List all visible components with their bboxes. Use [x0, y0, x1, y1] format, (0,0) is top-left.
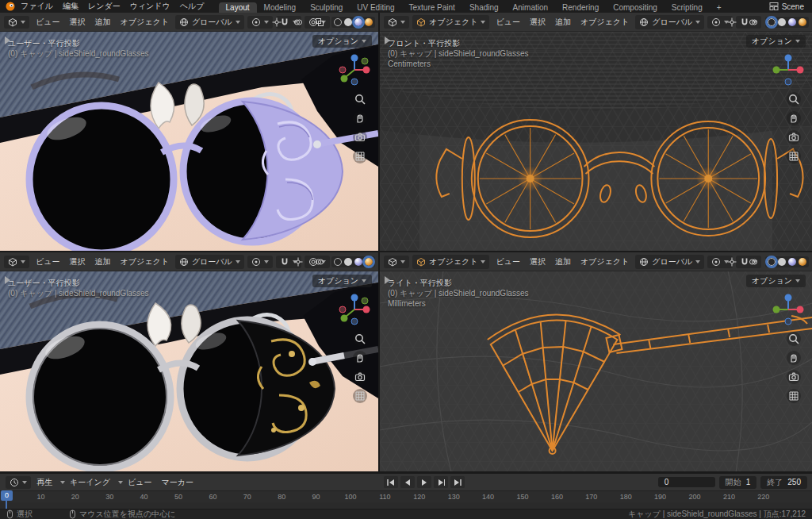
shading-rendered-button[interactable] — [799, 18, 806, 26]
mode-dropdown[interactable]: オブジェクト — [412, 15, 489, 29]
shading-solid-button[interactable] — [778, 258, 786, 266]
move-view-button[interactable] — [787, 111, 801, 125]
menu-view[interactable]: ビュー — [492, 256, 523, 267]
menu-add[interactable]: 追加 — [90, 17, 114, 28]
scene-selector[interactable]: Scene — [769, 2, 807, 11]
shading-wireframe-button[interactable] — [768, 18, 776, 26]
shading-wireframe-button[interactable] — [334, 258, 342, 266]
jump-to-start-button[interactable] — [384, 476, 398, 488]
options-dropdown[interactable]: オプション — [312, 35, 372, 48]
camera-view-button[interactable] — [787, 370, 801, 384]
show-gizmo-toggle[interactable] — [289, 256, 307, 268]
camera-view-button[interactable] — [353, 370, 367, 384]
zoom-button[interactable] — [353, 332, 367, 346]
grid-toggle-button[interactable] — [353, 389, 367, 403]
zoom-button[interactable] — [787, 92, 801, 106]
shading-material-button[interactable] — [788, 258, 796, 266]
next-keyframe-button[interactable] — [434, 476, 448, 488]
camera-view-button[interactable] — [787, 130, 801, 144]
show-overlays-toggle[interactable] — [311, 256, 328, 268]
menu-playback[interactable]: 再生 — [32, 477, 57, 488]
playhead-frame-badge[interactable]: 0 — [1, 490, 13, 501]
show-gizmo-toggle[interactable] — [723, 256, 741, 268]
add-workspace-button[interactable]: + — [710, 2, 729, 13]
editor-type-dropdown[interactable] — [4, 16, 29, 29]
zoom-button[interactable] — [353, 92, 367, 106]
menu-select[interactable]: 選択 — [526, 17, 550, 28]
shading-solid-button[interactable] — [344, 18, 352, 26]
grid-toggle-button[interactable] — [353, 149, 367, 163]
show-overlays-toggle[interactable] — [745, 256, 762, 268]
menu-object[interactable]: オブジェクト — [576, 17, 633, 28]
shading-material-button[interactable] — [354, 258, 362, 266]
options-dropdown[interactable]: オプション — [312, 275, 372, 287]
show-gizmo-toggle[interactable] — [723, 16, 741, 29]
zoom-button[interactable] — [787, 332, 801, 346]
timeline-ruler[interactable]: 0102030405060708090100110120130140150160… — [0, 490, 812, 503]
menu-file[interactable]: ファイル — [16, 1, 58, 12]
menu-render[interactable]: レンダー — [83, 1, 125, 12]
play-button[interactable] — [417, 476, 431, 488]
menu-select[interactable]: 選択 — [65, 17, 89, 28]
menu-help[interactable]: ヘルプ — [175, 1, 209, 12]
tab-sculpting[interactable]: Sculpting — [303, 2, 350, 13]
pivot-dropdown[interactable] — [247, 256, 273, 268]
menu-keying[interactable]: キーイング — [65, 477, 115, 488]
transform-orientation-dropdown[interactable]: グローバル — [635, 15, 704, 29]
tab-compositing[interactable]: Compositing — [606, 2, 665, 13]
transform-orientation-dropdown[interactable]: グローバル — [635, 255, 704, 269]
shading-rendered-button[interactable] — [365, 258, 373, 266]
prev-keyframe-button[interactable] — [400, 476, 415, 488]
menu-object[interactable]: オブジェクト — [116, 256, 172, 267]
mode-dropdown[interactable]: オブジェクト — [412, 255, 489, 269]
camera-view-button[interactable] — [353, 130, 367, 144]
timeline-editor-type-dropdown[interactable] — [6, 476, 31, 489]
menu-object[interactable]: オブジェクト — [116, 17, 172, 28]
shading-wireframe-button[interactable] — [768, 258, 776, 266]
viewport-canvas[interactable]: フロント・平行投影 (0) キャップ | sideShield_roundGla… — [380, 32, 812, 251]
viewport-canvas[interactable]: ユーザー・平行投影 (0) キャップ | sideShield_roundGla… — [0, 271, 378, 471]
menu-add[interactable]: 追加 — [90, 256, 114, 267]
transform-orientation-dropdown[interactable]: グローバル — [175, 15, 244, 29]
menu-window[interactable]: ウィンドウ — [125, 1, 175, 12]
viewport-canvas[interactable]: ユーザー・平行投影 (0) キャップ | sideShield_roundGla… — [0, 32, 378, 251]
tab-shading[interactable]: Shading — [462, 2, 506, 13]
editor-type-dropdown[interactable] — [384, 16, 409, 29]
navigation-gizmo[interactable] — [337, 292, 372, 327]
tab-rendering[interactable]: Rendering — [555, 2, 606, 13]
show-gizmo-toggle[interactable] — [268, 16, 285, 29]
shading-rendered-button[interactable] — [365, 18, 373, 26]
tab-uv-editing[interactable]: UV Editing — [350, 2, 401, 13]
shading-rendered-button[interactable] — [799, 258, 806, 266]
menu-select[interactable]: 選択 — [65, 256, 89, 267]
shading-wireframe-button[interactable] — [334, 18, 342, 26]
move-view-button[interactable] — [353, 111, 367, 125]
shading-material-button[interactable] — [354, 18, 362, 26]
menu-marker[interactable]: マーカー — [156, 477, 197, 488]
tab-texture-paint[interactable]: Texture Paint — [402, 2, 462, 13]
timeline-track[interactable] — [0, 502, 812, 509]
grid-toggle-button[interactable] — [787, 149, 801, 163]
menu-add[interactable]: 追加 — [551, 256, 575, 267]
move-view-button[interactable] — [787, 351, 801, 365]
viewport-canvas[interactable]: ライト・平行投影 (0) キャップ | sideShield_roundGlas… — [380, 271, 812, 471]
xray-toggle[interactable] — [311, 16, 328, 29]
options-dropdown[interactable]: オプション — [746, 275, 806, 287]
menu-edit[interactable]: 編集 — [58, 1, 83, 12]
jump-to-end-button[interactable] — [450, 476, 465, 488]
navigation-gizmo[interactable] — [337, 52, 372, 87]
tab-modeling[interactable]: Modeling — [257, 2, 304, 13]
frame-end-field[interactable]: 終了250 — [760, 476, 807, 489]
menu-add[interactable]: 追加 — [551, 17, 575, 28]
menu-view[interactable]: ビュー — [492, 17, 523, 28]
frame-start-field[interactable]: 開始1 — [719, 476, 757, 489]
menu-view[interactable]: ビュー — [32, 256, 63, 267]
show-overlays-toggle[interactable] — [289, 16, 307, 29]
editor-type-dropdown[interactable] — [4, 256, 29, 268]
options-dropdown[interactable]: オプション — [746, 35, 806, 48]
tab-animation[interactable]: Animation — [506, 2, 555, 13]
navigation-gizmo[interactable] — [771, 52, 806, 87]
editor-type-dropdown[interactable] — [384, 256, 409, 268]
navigation-gizmo[interactable] — [771, 292, 806, 327]
current-frame-field[interactable]: 0 — [658, 477, 715, 487]
